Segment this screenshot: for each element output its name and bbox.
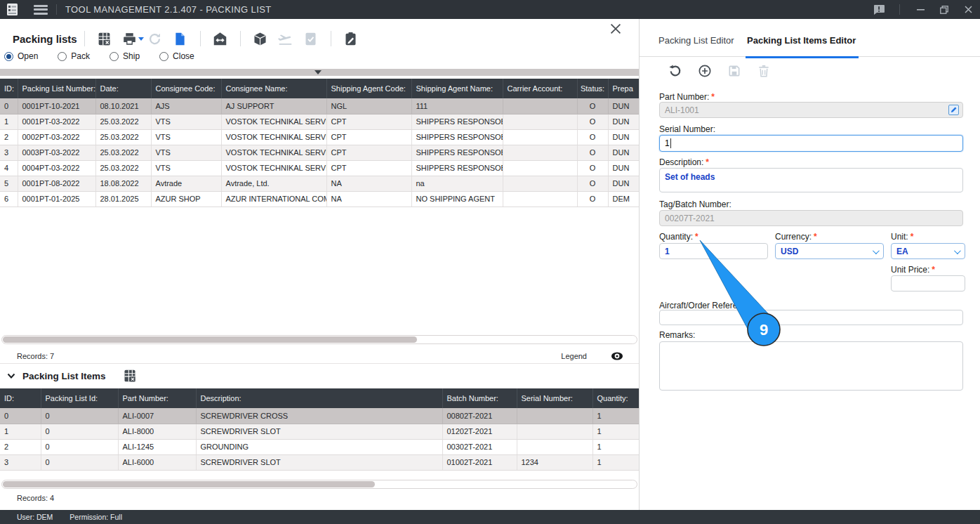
collapse-splitter[interactable] <box>0 69 639 76</box>
table-row[interactable]: 30003PT-03-202225.03.2022VTSVOSTOK TECHN… <box>0 145 639 160</box>
cell: DEM <box>608 191 639 207</box>
column-header[interactable]: Part Number: <box>118 388 196 408</box>
undo-icon[interactable] <box>666 62 684 80</box>
required-asterisk: * <box>932 265 935 275</box>
column-header[interactable]: Serial Number: <box>517 388 592 408</box>
radio-ship[interactable]: Ship <box>110 51 140 61</box>
tab-packing-list-items-editor[interactable]: Packing List Items Editor <box>747 35 856 57</box>
table-row[interactable]: 20002PT-03-202225.03.2022VTSVOSTOK TECHN… <box>0 129 639 145</box>
cell: 0 <box>41 439 118 454</box>
warehouse-icon[interactable] <box>211 30 230 48</box>
column-header[interactable]: Date: <box>95 79 151 98</box>
scrollbar-thumb[interactable] <box>3 336 417 343</box>
cell: AJ SUPPORT <box>221 98 326 114</box>
cell <box>503 114 577 129</box>
cell: 01202T-2021 <box>442 424 517 439</box>
part-number-edit-button[interactable] <box>948 105 959 115</box>
column-header[interactable]: ID: <box>0 79 18 98</box>
unit-label: Unit:* <box>891 232 913 242</box>
table-row[interactable]: 30ALI-6000SCREWDRIVER SLOT01002T-2021123… <box>0 454 639 470</box>
cell: SHIPPERS RESPONSOBILITY <box>411 129 503 145</box>
unit-select[interactable]: EA <box>891 243 965 259</box>
column-header[interactable]: Status: <box>577 79 608 98</box>
column-header[interactable]: Consignee Code: <box>151 79 221 98</box>
column-header[interactable]: Batch Number: <box>442 388 517 408</box>
radio-open[interactable]: Open <box>4 51 38 61</box>
column-header[interactable]: Carrier Account: <box>503 79 577 98</box>
description-label: Description:* <box>659 157 709 167</box>
cell: SCREWDRIVER SLOT <box>196 454 442 470</box>
column-header[interactable]: Prepa <box>608 79 639 98</box>
cell: 6 <box>0 191 18 207</box>
close-panel-button[interactable] <box>609 22 622 35</box>
cell <box>503 98 577 114</box>
table-row[interactable]: 50001PT-08-202218.08.2022AvtradeAvtrade,… <box>0 176 639 191</box>
table-row[interactable]: 00ALI-0007SCREWDRIVER CROSS00802T-20211 <box>0 408 639 424</box>
delete-icon <box>755 62 773 80</box>
items-hscrollbar[interactable] <box>1 480 637 489</box>
column-header[interactable]: Description: <box>196 388 442 408</box>
cell <box>517 439 592 454</box>
column-header[interactable]: Quantity: <box>592 388 639 408</box>
radio-pack[interactable]: Pack <box>58 51 90 61</box>
serial-number-input[interactable]: 1 <box>659 135 963 152</box>
cell <box>503 145 577 160</box>
menu-icon[interactable] <box>34 5 48 15</box>
cell: 5 <box>0 176 18 191</box>
column-header[interactable]: Shipping Agent Name: <box>411 79 503 98</box>
cell: 3 <box>0 454 41 470</box>
column-header[interactable]: ID: <box>0 388 41 408</box>
radio-close[interactable]: Close <box>159 51 194 61</box>
statusbar-user: User: DEM <box>17 513 53 521</box>
section-title: Packing List Items <box>22 371 106 381</box>
status-filter-radios: OpenPackShipClose <box>4 50 194 63</box>
aircraft-order-reference-input[interactable] <box>659 310 963 325</box>
minimize-button[interactable] <box>908 0 932 19</box>
export-excel-icon[interactable] <box>95 30 114 48</box>
column-header[interactable]: Packing List Number: <box>18 79 95 98</box>
cell <box>517 424 592 439</box>
table-row[interactable]: 60001PT-01-202528.01.2025AZUR SHOPAZUR I… <box>0 191 639 207</box>
cell: 0001PT-08-2022 <box>18 176 95 191</box>
scrollbar-thumb[interactable] <box>3 481 375 487</box>
feedback-icon[interactable] <box>867 0 891 19</box>
new-document-icon[interactable] <box>171 30 190 48</box>
maximize-button[interactable] <box>932 0 956 19</box>
package-icon[interactable] <box>251 30 270 48</box>
table-row[interactable]: 10001PT-03-202225.03.2022VTSVOSTOK TECHN… <box>0 114 639 129</box>
packing-lists-hscrollbar[interactable] <box>1 335 637 344</box>
cell: SCREWDRIVER CROSS <box>196 408 442 424</box>
chevron-down-icon[interactable] <box>7 372 15 380</box>
currency-label: Currency:* <box>775 232 817 242</box>
edit-icon[interactable] <box>342 30 360 48</box>
close-button[interactable] <box>956 0 980 19</box>
cell: 0 <box>41 454 118 470</box>
description-textarea[interactable]: Set of heads <box>659 168 963 192</box>
packing-lists-panel: Packing lists OpenPackShipClose ID:Packi… <box>0 19 639 510</box>
currency-select[interactable]: USD <box>775 243 884 259</box>
dropdown-caret-icon[interactable] <box>138 37 144 41</box>
cell: VTS <box>151 145 221 160</box>
legend-eye-icon[interactable] <box>611 350 623 362</box>
print-icon[interactable] <box>121 30 139 48</box>
export-excel-icon[interactable] <box>123 369 137 383</box>
cell: CPT <box>326 114 411 129</box>
remarks-textarea[interactable] <box>659 341 963 391</box>
cell: SHIPPERS RESPONSOBILITY <box>411 160 503 176</box>
cell: SCREWDRIVER SLOT <box>196 424 442 439</box>
column-header[interactable]: Consignee Name: <box>221 79 326 98</box>
table-row[interactable]: 20ALI-1245GROUNDING00302T-20211 <box>0 439 639 454</box>
cell: 01002T-2021 <box>442 454 517 470</box>
table-row[interactable]: 10ALI-8000SCREWDRIVER SLOT01202T-20211 <box>0 424 639 439</box>
add-icon[interactable] <box>696 62 714 80</box>
quantity-input[interactable]: 1 <box>659 243 768 259</box>
table-row[interactable]: 00001PT-10-202108.10.2021AJSAJ SUPPORTNG… <box>0 98 639 114</box>
unit-price-input[interactable] <box>891 275 965 292</box>
column-header[interactable]: Shipping Agent Code: <box>326 79 411 98</box>
tab-packing-list-editor[interactable]: Packing List Editor <box>658 35 734 57</box>
table-row[interactable]: 40004PT-03-202225.03.2022VTSVOSTOK TECHN… <box>0 160 639 176</box>
cell: 1 <box>592 439 639 454</box>
cell: 1 <box>0 114 18 129</box>
cell: 28.01.2025 <box>95 191 151 207</box>
column-header[interactable]: Packing List Id: <box>41 388 118 408</box>
